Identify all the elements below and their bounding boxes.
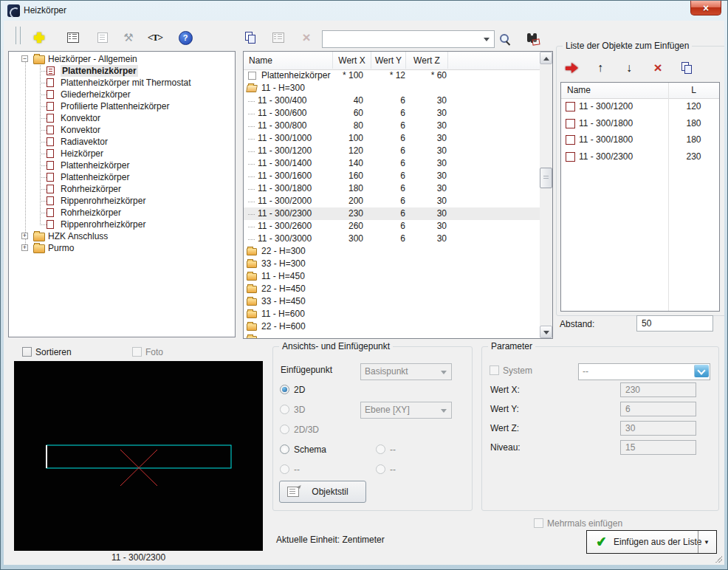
check-icon: ✔ bbox=[595, 533, 608, 550]
row-wert-x: 300 bbox=[348, 233, 363, 245]
table-row[interactable]: 22 - H=300 bbox=[244, 245, 540, 258]
column-header-wert-x[interactable]: Wert X bbox=[333, 52, 371, 69]
tree-item[interactable]: Plattenheizkörper bbox=[9, 171, 235, 183]
table-row[interactable]: 11 - 300/1200 120 6 30 bbox=[244, 145, 540, 157]
copy-list-item-button[interactable] bbox=[678, 60, 696, 76]
expand-icon[interactable]: + bbox=[21, 244, 28, 251]
tree-item[interactable]: Rippenrohrheizkörper bbox=[9, 195, 235, 207]
move-down-button[interactable]: ↓ bbox=[620, 60, 638, 76]
table-header: Name L bbox=[561, 83, 719, 99]
tree-item[interactable]: Plattenheizkörper mit Thermostat bbox=[9, 77, 235, 89]
remove-from-list-button[interactable]: × bbox=[649, 60, 667, 76]
item-length: 180 bbox=[668, 118, 719, 128]
tree-item[interactable]: Plattenheizkörper bbox=[9, 65, 235, 77]
search-combobox[interactable] bbox=[322, 30, 495, 48]
insert-button-dropdown[interactable]: ▼ bbox=[698, 531, 716, 553]
resize-grip[interactable] bbox=[715, 555, 722, 563]
tree-item[interactable]: Rohrheizkörper bbox=[9, 207, 235, 219]
table-row[interactable]: 22 - H=600 bbox=[244, 320, 540, 333]
tree-item[interactable]: Profilierte Plattenheizkörper bbox=[9, 100, 235, 112]
tree-item[interactable]: + HZK Anschluss bbox=[9, 230, 235, 242]
tree-item[interactable]: Rippenrohrheizkörper bbox=[9, 219, 235, 230]
table-row[interactable]: 11 - 300/800 80 6 30 bbox=[244, 120, 540, 132]
tree-item[interactable]: Radiavektor bbox=[9, 136, 235, 148]
copy-button[interactable] bbox=[242, 30, 258, 46]
table-row[interactable]: 11 - 300/1000 100 6 30 bbox=[244, 132, 540, 145]
text-tool-button[interactable]: <T> bbox=[147, 30, 163, 46]
tools-icon: ⚒ bbox=[123, 31, 133, 44]
row-icon bbox=[247, 311, 257, 318]
row-name: 11 - 300/1800 bbox=[258, 182, 312, 195]
tree-item-label: Plattenheizkörper mit Thermostat bbox=[61, 77, 191, 89]
tree-item[interactable]: Konvektor bbox=[9, 112, 235, 124]
table-header: Name Wert X Wert Y Wert Z bbox=[244, 52, 540, 70]
collapse-icon[interactable]: − bbox=[21, 55, 28, 62]
add-to-list-button[interactable] bbox=[563, 60, 580, 76]
sortieren-checkbox[interactable] bbox=[22, 347, 32, 357]
tree-item[interactable]: Rohrheizkörper bbox=[9, 183, 235, 195]
tree-item[interactable]: Plattenheizkörper bbox=[9, 159, 235, 171]
table-row[interactable]: 11 - 300/400 40 6 30 bbox=[244, 95, 540, 107]
abstand-input[interactable]: 50 bbox=[636, 315, 713, 332]
scrollbar-thumb[interactable] bbox=[540, 168, 552, 188]
tree-root-item[interactable]: − Heizkörper - Allgemein bbox=[9, 53, 235, 65]
parameter-input: 230 bbox=[620, 382, 696, 397]
einfuegepunkt-label: Einfügepunkt bbox=[281, 365, 332, 375]
list-item[interactable]: 11 - 300/1800 180 bbox=[561, 115, 719, 132]
list-item[interactable]: 11 - 300/1800 180 bbox=[561, 131, 719, 148]
list-item[interactable]: 11 - 300/1200 120 bbox=[561, 98, 719, 115]
table-row[interactable]: 11 - 300/1800 180 6 30 bbox=[244, 182, 540, 195]
chevron-down-icon[interactable] bbox=[694, 365, 709, 377]
arrow-down-icon: ↓ bbox=[626, 61, 632, 75]
table-row[interactable]: 11 - 300/600 60 6 30 bbox=[244, 107, 540, 120]
tree-item-label: Rippenrohrheizkörper bbox=[61, 195, 145, 207]
close-button[interactable]: × bbox=[690, 1, 721, 16]
table-row[interactable]: Plattenheizkörper * 100 * 12 * 60 bbox=[244, 69, 540, 82]
tree-item[interactable]: Heizkörper bbox=[9, 148, 235, 159]
row-icon bbox=[248, 101, 255, 102]
radio-schema[interactable] bbox=[280, 444, 289, 454]
find-in-catalog-button[interactable] bbox=[524, 30, 540, 47]
table-row[interactable]: 11 - H=300 bbox=[244, 82, 540, 95]
tree-item[interactable]: Gliederheizkörper bbox=[9, 89, 235, 100]
table-row[interactable]: 11 - H=450 bbox=[244, 270, 540, 283]
column-header-name[interactable]: Name bbox=[244, 52, 333, 69]
row-icon bbox=[248, 114, 255, 114]
vertical-scrollbar[interactable] bbox=[540, 52, 552, 338]
scroll-up-button[interactable] bbox=[540, 52, 552, 64]
column-header-wert-z[interactable]: Wert Z bbox=[406, 52, 448, 69]
list-item[interactable]: 11 - 300/2300 230 bbox=[561, 148, 719, 165]
tree-item[interactable]: + Purmo bbox=[9, 242, 235, 254]
table-row[interactable]: 11 - 300/2000 200 6 30 bbox=[244, 195, 540, 207]
table-row[interactable]: 33 - H=300 bbox=[244, 258, 540, 270]
expand-icon[interactable]: + bbox=[21, 233, 28, 239]
table-row[interactable]: 11 - 300/1600 160 6 30 bbox=[244, 170, 540, 182]
table-row[interactable] bbox=[244, 333, 540, 338]
radio-2d[interactable] bbox=[280, 385, 289, 394]
column-header-name[interactable]: Name bbox=[567, 85, 591, 95]
scroll-down-button[interactable] bbox=[540, 326, 552, 338]
table-row[interactable]: 11 - 300/2600 260 6 30 bbox=[244, 220, 540, 233]
move-up-button[interactable]: ↑ bbox=[591, 60, 609, 76]
insert-from-list-button[interactable]: ✔ Einfügen aus der Liste ▼ bbox=[586, 530, 717, 554]
column-header-l[interactable]: L bbox=[668, 85, 719, 95]
table-row[interactable]: 22 - H=450 bbox=[244, 283, 540, 295]
table-row[interactable]: 11 - 300/2300 230 6 30 bbox=[244, 207, 540, 220]
table-row[interactable]: 33 - H=450 bbox=[244, 295, 540, 308]
table-row[interactable]: 11 - 300/3000 300 6 30 bbox=[244, 233, 540, 245]
properties-button[interactable] bbox=[65, 30, 81, 46]
tree-item[interactable]: Konvektor bbox=[9, 124, 235, 136]
table-row[interactable]: 11 - H=600 bbox=[244, 308, 540, 320]
tree-item-label: Purmo bbox=[48, 242, 74, 254]
new-object-button[interactable] bbox=[31, 30, 47, 46]
toolbar-drag-handle[interactable] bbox=[16, 27, 21, 44]
column-header-wert-y[interactable]: Wert Y bbox=[371, 52, 406, 69]
search-button[interactable] bbox=[497, 31, 513, 47]
titlebar[interactable]: Heizkörper × bbox=[1, 1, 727, 21]
chevron-down-icon[interactable] bbox=[484, 38, 490, 41]
row-icon bbox=[248, 176, 255, 177]
objektstil-button[interactable]: Objektstil bbox=[279, 481, 366, 503]
help-button[interactable]: ? bbox=[177, 30, 193, 46]
system-dropdown[interactable]: -- bbox=[578, 363, 710, 380]
table-row[interactable]: 11 - 300/1400 140 6 30 bbox=[244, 157, 540, 170]
